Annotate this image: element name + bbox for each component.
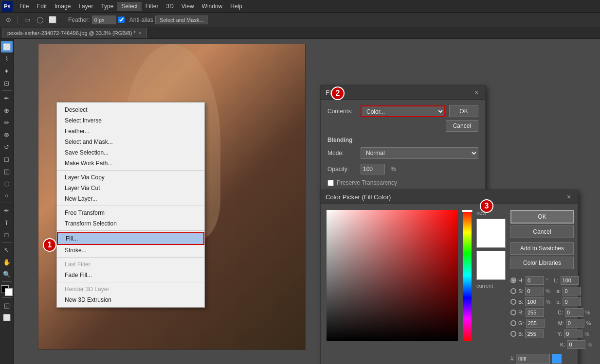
ellipse-select-icon[interactable]: ◯ — [35, 15, 45, 25]
menu-select[interactable]: Select — [117, 2, 141, 11]
ctx-layer-via-cut[interactable]: Layer Via Cut — [57, 183, 204, 193]
menu-layer[interactable]: Layer — [74, 2, 97, 11]
b-field-row: B: % b: — [510, 297, 592, 306]
menu-file[interactable]: File — [16, 2, 33, 11]
screen-mode-toggle[interactable]: ⬜ — [1, 312, 13, 323]
marquee-tool[interactable]: ⬜ — [1, 41, 13, 52]
color-picker-add-swatches-button[interactable]: Add to Swatches — [510, 242, 574, 255]
ctx-save-selection[interactable]: Save Selection... — [57, 147, 204, 158]
dodge-tool[interactable]: ○ — [1, 190, 13, 201]
ctx-stroke[interactable]: Stroke... — [57, 245, 204, 256]
preserve-transparency-checkbox[interactable] — [327, 180, 334, 186]
single-row-select-icon[interactable]: ⬜ — [47, 15, 58, 25]
fill-opacity-input[interactable] — [361, 164, 385, 174]
lasso-tool[interactable]: ⌇ — [1, 53, 13, 65]
history-brush-tool[interactable]: ↺ — [1, 141, 13, 153]
clone-tool[interactable]: ⊗ — [1, 129, 13, 140]
rect-select-icon[interactable]: ▭ — [22, 15, 33, 25]
b-radio[interactable] — [510, 299, 516, 305]
tab-close-icon[interactable]: × — [139, 31, 142, 36]
r-radio[interactable] — [510, 310, 516, 315]
shape-tool[interactable]: □ — [1, 229, 13, 241]
h-input[interactable] — [526, 276, 544, 285]
c-input[interactable] — [565, 308, 583, 317]
g-radio[interactable] — [510, 320, 516, 326]
ctx-fill[interactable]: Fill... — [57, 232, 204, 245]
hue-indicator — [462, 210, 473, 212]
ctx-deselect[interactable]: Deselect — [57, 104, 204, 115]
g-input[interactable] — [526, 319, 545, 328]
ctx-free-transform[interactable]: Free Transform — [57, 208, 204, 218]
l-input[interactable] — [561, 276, 579, 285]
blur-tool[interactable]: ◌ — [1, 177, 13, 189]
fill-ok-button[interactable]: OK — [449, 105, 478, 117]
quick-select-tool[interactable]: ✦ — [1, 65, 13, 77]
r-input[interactable] — [526, 308, 544, 317]
ctx-feather[interactable]: Feather... — [57, 126, 204, 137]
m-unit: % — [586, 320, 591, 326]
gradient-tool[interactable]: ◫ — [1, 165, 13, 177]
ctx-select-inverse[interactable]: Select Inverse — [57, 115, 204, 126]
feather-label: Feather: — [68, 17, 90, 23]
path-select-tool[interactable]: ↖ — [1, 244, 13, 256]
brush-tool[interactable]: ✏ — [1, 117, 13, 128]
color-fields: H: ° L: S: % a: — [510, 276, 592, 349]
fill-dialog-close[interactable]: × — [473, 88, 480, 96]
quick-mask-toggle[interactable]: ◱ — [1, 299, 13, 311]
text-tool[interactable]: T — [1, 217, 13, 228]
ctx-fade-fill[interactable]: Fade Fill... — [57, 270, 204, 280]
menu-type[interactable]: Type — [97, 2, 117, 11]
ctx-make-work-path[interactable]: Make Work Path... — [57, 158, 204, 169]
pen-tool[interactable]: ✒ — [1, 205, 13, 216]
fill-mode-dropdown[interactable]: Normal Multiply Screen — [361, 147, 478, 159]
b2-input[interactable] — [525, 329, 544, 338]
m-input[interactable] — [566, 319, 584, 328]
a-input[interactable] — [563, 287, 581, 295]
crop-tool[interactable]: ⊡ — [1, 77, 13, 89]
color-gradient-picker[interactable] — [327, 210, 458, 341]
fill-content-dropdown[interactable]: Color... Foreground Color Background Col… — [361, 105, 445, 117]
menu-edit[interactable]: Edit — [33, 2, 51, 11]
menu-window[interactable]: Window — [198, 2, 227, 11]
b3-input[interactable] — [563, 297, 581, 306]
menu-view[interactable]: View — [178, 2, 198, 11]
document-tab[interactable]: pexels-esther-234072-746496.jpg @ 33.3% … — [2, 28, 147, 38]
menu-3d[interactable]: 3D — [162, 2, 177, 11]
ctx-select-and-mask[interactable]: Select and Mask... — [57, 137, 204, 147]
color-picker-libraries-button[interactable]: Color Libraries — [510, 257, 574, 269]
color-picker-ok-button[interactable]: OK — [510, 210, 574, 224]
background-color[interactable] — [5, 288, 13, 296]
k-input[interactable] — [567, 340, 585, 349]
feather-input[interactable] — [92, 16, 116, 24]
hand-tool[interactable]: ✋ — [1, 256, 13, 268]
fill-cancel-button[interactable]: Cancel — [446, 120, 478, 132]
h-radio[interactable] — [510, 277, 516, 283]
ctx-new-3d-extrusion[interactable]: New 3D Extrusion — [57, 295, 204, 305]
s-radio[interactable] — [510, 288, 516, 294]
s-input[interactable] — [525, 287, 544, 295]
color-picker-cancel-button[interactable]: Cancel — [510, 225, 574, 238]
ctx-layer-via-copy[interactable]: Layer Via Copy — [57, 172, 204, 183]
antialias-checkbox[interactable] — [118, 17, 125, 23]
heal-tool[interactable]: ⊕ — [1, 104, 13, 116]
tool-options-icon[interactable]: ⊙ — [3, 15, 14, 25]
menu-help[interactable]: Help — [226, 2, 246, 11]
eyedropper-tool[interactable]: ✒ — [1, 92, 13, 104]
menu-filter[interactable]: Filter — [142, 2, 163, 11]
preserve-transparency-label: Preserve Transparency — [337, 179, 397, 186]
color-picker-close[interactable]: × — [565, 193, 573, 201]
hex-input[interactable] — [516, 354, 550, 364]
y-input[interactable] — [564, 329, 582, 338]
m-label: M: — [558, 320, 564, 326]
b-input[interactable] — [525, 297, 544, 306]
color-swatches[interactable] — [1, 285, 13, 296]
ctx-new-layer[interactable]: New Layer... — [57, 193, 204, 204]
zoom-tool[interactable]: 🔍 — [1, 268, 13, 280]
eraser-tool[interactable]: ◻ — [1, 153, 13, 165]
step-badge-3: 3 — [480, 199, 493, 213]
ctx-transform-selection[interactable]: Transform Selection — [57, 218, 204, 229]
b2-radio[interactable] — [510, 331, 516, 337]
select-and-mask-button[interactable]: Select and Mask... — [155, 16, 208, 24]
menu-image[interactable]: Image — [51, 2, 74, 11]
color-hue-bar[interactable] — [463, 210, 472, 341]
